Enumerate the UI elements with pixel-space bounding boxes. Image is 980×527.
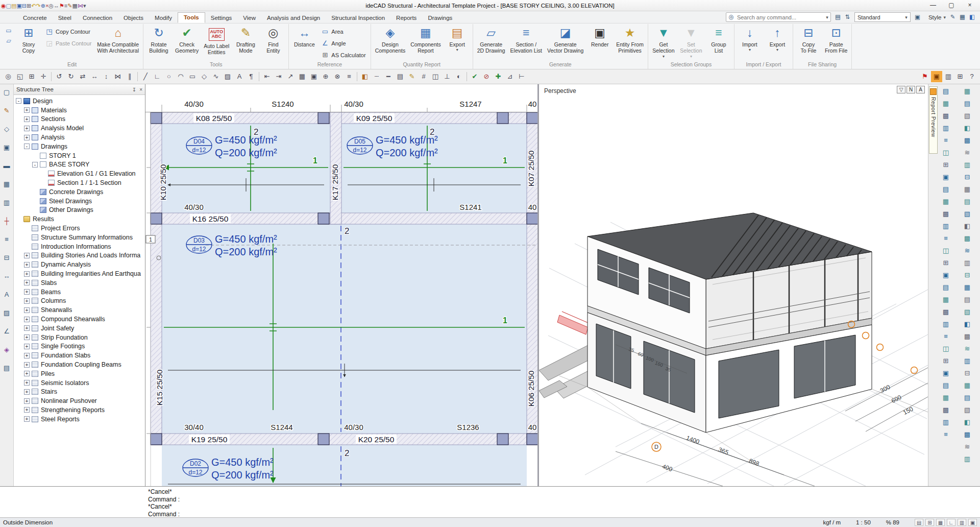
right-toolbar-a-icon-26[interactable]: ▦ <box>940 392 951 403</box>
right-toolbar-a-icon-3[interactable]: ▩ <box>940 110 951 122</box>
zoom-window-icon[interactable]: ◱ <box>14 71 26 82</box>
components-report-button[interactable]: ▦Components Report <box>408 25 444 61</box>
foundation-tool-icon[interactable]: ⊟ <box>1 252 12 264</box>
expand-box-icon[interactable]: + <box>24 325 30 331</box>
copy-contour-button[interactable]: ◳Copy Contour <box>43 26 93 37</box>
perspective-viewport[interactable]: 1400 365 898 400 300 600 150 35 60 100 1… <box>539 84 928 486</box>
stretch-icon[interactable]: ↕ <box>101 71 112 82</box>
zoom-realtime-icon[interactable]: ◎ <box>3 71 14 82</box>
tree-item-introduction-informations[interactable]: Introduction Informations <box>14 242 145 251</box>
block-icon[interactable]: ▣ <box>308 71 320 82</box>
tree-item-foundation-slabs[interactable]: +Foundation Slabs <box>14 351 145 360</box>
flag2-icon[interactable]: ⚑ <box>919 71 930 82</box>
color-icon[interactable]: ◧ <box>359 71 371 82</box>
grid-display-icon[interactable]: ◫ <box>430 71 441 82</box>
stair-tool-icon[interactable]: ≡ <box>1 234 12 245</box>
right-toolbar-a-icon-16[interactable]: ▣ <box>940 270 951 281</box>
tree-item-story-1[interactable]: STORY 1 <box>14 151 145 160</box>
expand-box-icon[interactable]: + <box>24 126 30 131</box>
right-toolbar-a-icon-21[interactable]: ≡ <box>940 331 951 342</box>
paste-contour-button[interactable]: ◲Paste Contour <box>43 38 93 49</box>
status-scale[interactable]: 1 : 50 <box>856 519 871 525</box>
edit-nodes-icon[interactable]: ✎ <box>1 105 12 116</box>
redo-icon[interactable]: ↷ <box>36 3 40 9</box>
layout-icon[interactable]: ▥ <box>958 519 966 526</box>
tree-item-nonlinear-pushover[interactable]: +Nonlinear Pushover <box>14 396 145 405</box>
right-toolbar-b-icon-2[interactable]: ▤ <box>962 98 973 109</box>
tree-item-project-errors[interactable]: Project Errors <box>14 224 145 233</box>
right-toolbar-b-icon-20[interactable]: ◧ <box>962 319 973 330</box>
story-copy-button[interactable]: ⊞Story Copy <box>15 25 42 61</box>
redo-view-icon[interactable]: ↻ <box>65 71 77 82</box>
right-toolbar-a-icon-19[interactable]: ▩ <box>940 306 951 318</box>
as-calculator-button[interactable]: ⊞AS Calculator <box>319 50 368 60</box>
generate-vector-drawing-button[interactable]: ◪Generate Vector Drawing <box>545 25 586 61</box>
area-button[interactable]: ▭Area <box>319 26 368 37</box>
tree-item-analysis[interactable]: +Analysis <box>14 133 145 142</box>
right-toolbar-b-icon-10[interactable]: ▤ <box>962 196 973 207</box>
ortho-icon[interactable]: ⊥ <box>442 71 453 82</box>
tree-item-analysis-model[interactable]: +Analysis Model <box>14 124 145 133</box>
active-tool-icon[interactable]: ▣ <box>931 71 942 82</box>
add-icon[interactable]: ✚ <box>493 71 504 82</box>
app-logo[interactable]: ◉ <box>1 3 6 9</box>
expand-box-icon[interactable]: + <box>24 271 30 277</box>
right-toolbar-b-icon-21[interactable]: ▩ <box>962 331 973 342</box>
object-snap-icon[interactable]: ◇ <box>1 124 12 135</box>
layers2-icon[interactable]: ≡ <box>344 71 355 82</box>
units-toggle-icon[interactable]: ▤ <box>915 519 923 526</box>
axes-button[interactable]: A <box>916 86 925 93</box>
line-icon[interactable]: ╱ <box>140 71 151 82</box>
right-toolbar-b-icon-6[interactable]: ≋ <box>962 147 973 158</box>
right-toolbar-b-icon-27[interactable]: ▧ <box>962 404 973 416</box>
expand-box-icon[interactable]: + <box>24 398 30 404</box>
right-toolbar-a-icon-13[interactable]: ≡ <box>940 233 951 244</box>
expand-box-icon[interactable]: + <box>24 280 30 285</box>
extend-icon[interactable]: ⊢ <box>516 71 527 82</box>
measure-icon[interactable]: ↔ <box>54 3 59 9</box>
right-toolbar-b-icon-12[interactable]: ◧ <box>962 221 973 232</box>
tree-item-slabs[interactable]: +Slabs <box>14 278 145 288</box>
paste-from-file-button[interactable]: ⊡Paste From File <box>822 25 850 61</box>
mtext-icon[interactable]: ¶ <box>246 71 257 82</box>
osnap-toggle-icon[interactable]: ⊞ <box>925 519 934 526</box>
menu-tab-tools[interactable]: Tools <box>178 12 205 23</box>
tree-item-joint-safety[interactable]: +Joint Safety <box>14 324 145 333</box>
tree-item-compound-shearwalls[interactable]: +Compound Shearwalls <box>14 315 145 324</box>
tree-item-structure-summary-informations[interactable]: Structure Summary Informations <box>14 233 145 242</box>
tree-item-dynamic-analysis[interactable]: +Dynamic Analysis <box>14 260 145 269</box>
expand-box-icon[interactable]: + <box>24 407 30 413</box>
right-toolbar-b-icon-31[interactable]: ▥ <box>962 453 973 465</box>
right-toolbar-a-icon-1[interactable]: ▤ <box>940 86 951 97</box>
tree-item-building-stories-and-loads-informa[interactable]: +Building Stories And Loads Informa <box>14 251 145 260</box>
table-icon[interactable]: ▦ <box>297 71 308 82</box>
contour-tool-2-button[interactable]: ▱ <box>4 36 14 45</box>
north-button[interactable]: N <box>906 86 915 93</box>
save-icon[interactable]: ▣ <box>16 3 21 9</box>
expand-box-icon[interactable]: + <box>24 135 30 140</box>
right-toolbar-b-icon-17[interactable]: ▦ <box>962 282 973 293</box>
right-toolbar-b-icon-3[interactable]: ▧ <box>962 110 973 122</box>
menu-tab-settings[interactable]: Settings <box>205 13 238 23</box>
right-toolbar-a-icon-22[interactable]: ◫ <box>940 343 951 354</box>
right-toolbar-b-icon-14[interactable]: ≋ <box>962 245 973 256</box>
right-toolbar-b-icon-11[interactable]: ▧ <box>962 208 973 220</box>
check-geometry-button[interactable]: ✔Check Geometry <box>173 25 201 61</box>
menu-tab-view[interactable]: View <box>237 13 261 23</box>
offset-icon[interactable]: ∥ <box>124 71 135 82</box>
right-toolbar-a-icon-7[interactable]: ⊞ <box>940 159 951 171</box>
right-toolbar-b-icon-4[interactable]: ◧ <box>962 123 973 134</box>
trim-icon[interactable]: ⊿ <box>504 71 516 82</box>
standard-combo[interactable]: Standard ▾ <box>854 12 911 22</box>
report-preview-tab[interactable]: Report Preview <box>929 86 938 154</box>
arc-icon[interactable]: ◠ <box>175 71 186 82</box>
check-icon[interactable]: ✔ <box>469 71 480 82</box>
section-elevation-list-button[interactable]: ≡Section / Elevation List <box>508 25 545 61</box>
tree-item-strengthening-reports[interactable]: +Strengthening Reports <box>14 405 145 415</box>
tree-item-single-footings[interactable]: +Single Footings <box>14 342 145 351</box>
expand-box-icon[interactable]: + <box>24 353 30 358</box>
get-selection-button[interactable]: ▼Get Selection▾ <box>650 25 677 61</box>
right-toolbar-a-icon-29[interactable]: ≡ <box>940 429 951 440</box>
tree-item-shearwalls[interactable]: +Shearwalls <box>14 305 145 315</box>
menu-tab-concrete[interactable]: Concrete <box>17 13 53 23</box>
